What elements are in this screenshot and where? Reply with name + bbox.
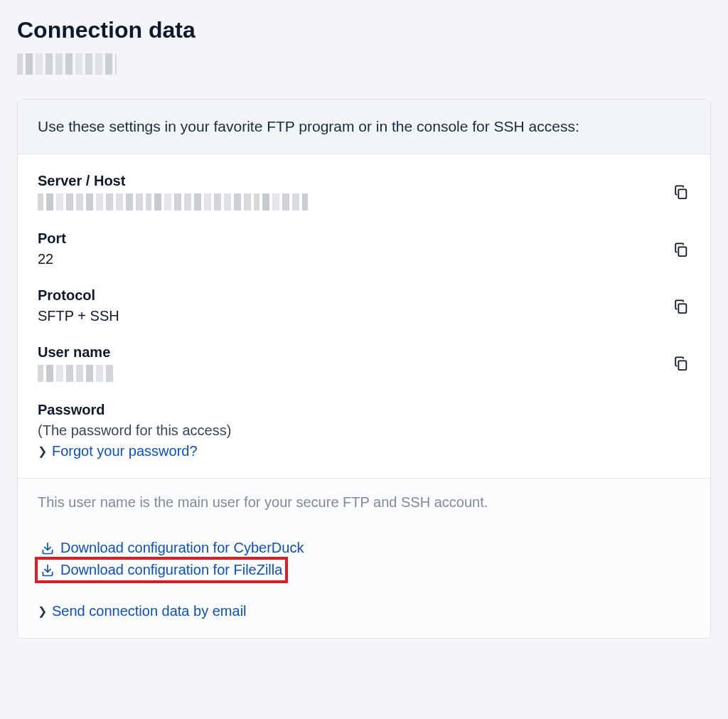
field-password: Password (The password for this access) … <box>38 396 690 464</box>
connection-panel: Use these settings in your favorite FTP … <box>17 99 711 639</box>
page-subtitle-redacted <box>17 53 117 75</box>
panel-intro: Use these settings in your favorite FTP … <box>18 100 710 154</box>
field-username-value-redacted <box>38 365 116 382</box>
field-server: Server / Host <box>38 167 690 225</box>
download-filezilla-link[interactable]: Download configuration for FileZilla <box>38 560 285 580</box>
download-cyberduck-link[interactable]: Download configuration for CyberDuck <box>38 538 306 558</box>
chevron-right-icon: ❯ <box>38 446 46 457</box>
footer-info-text: This user name is the main user for your… <box>38 494 690 511</box>
download-icon <box>41 541 55 555</box>
chevron-right-icon: ❯ <box>38 606 46 617</box>
forgot-password-row: ❯ Forgot your password? <box>38 439 690 459</box>
panel-footer: This user name is the main user for your… <box>18 478 710 638</box>
field-port-label: Port <box>38 230 673 247</box>
field-protocol-value: SFTP + SSH <box>38 308 673 324</box>
field-username-label: User name <box>38 344 673 361</box>
copy-icon <box>673 242 689 257</box>
download-links-group: Download configuration for CyberDuck Dow… <box>38 538 690 583</box>
field-protocol-label: Protocol <box>38 287 673 304</box>
send-email-link[interactable]: Send connection data by email <box>52 603 247 619</box>
field-port-value: 22 <box>38 251 673 267</box>
field-server-label: Server / Host <box>38 173 673 189</box>
field-password-hint: (The password for this access) <box>38 422 690 439</box>
send-email-row: ❯ Send connection data by email <box>38 600 690 619</box>
copy-server-button[interactable] <box>673 184 690 201</box>
field-server-value-redacted <box>38 193 308 211</box>
field-username: User name <box>38 339 690 396</box>
download-icon <box>41 563 55 577</box>
download-filezilla-label: Download configuration for FileZilla <box>60 562 282 578</box>
forgot-password-link[interactable]: Forgot your password? <box>52 443 198 459</box>
page-title: Connection data <box>17 17 711 43</box>
copy-protocol-button[interactable] <box>673 299 690 316</box>
copy-icon <box>673 184 689 200</box>
copy-port-button[interactable] <box>673 242 690 259</box>
field-protocol: Protocol SFTP + SSH <box>38 282 690 339</box>
copy-icon <box>673 299 689 314</box>
copy-icon <box>673 356 689 371</box>
copy-username-button[interactable] <box>673 356 690 373</box>
download-cyberduck-label: Download configuration for CyberDuck <box>60 540 304 556</box>
field-port: Port 22 <box>38 225 690 282</box>
panel-body: Server / Host Port 22 Protocol SFTP + SS… <box>18 154 710 478</box>
field-password-label: Password <box>38 402 690 418</box>
filezilla-highlight-frame: Download configuration for FileZilla <box>35 557 288 583</box>
